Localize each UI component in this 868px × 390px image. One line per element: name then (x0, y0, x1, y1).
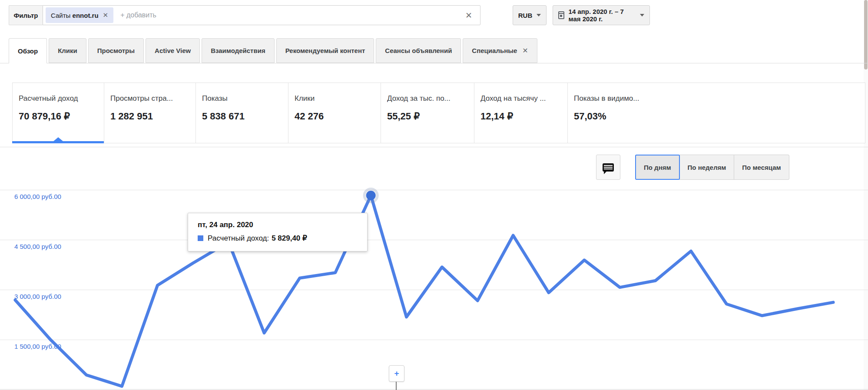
tab-close-icon[interactable]: ✕ (522, 46, 528, 55)
tab-overview[interactable]: Обзор (9, 38, 47, 63)
tab-clicks[interactable]: Клики (49, 38, 86, 63)
tab-active-view[interactable]: Active View (146, 38, 200, 63)
granularity-by-day[interactable]: По дням (635, 155, 680, 180)
adsense-report-page: Фильтр Сайты ennot.ru ✕ + добавить ✕ RUB… (0, 0, 868, 390)
zoom-axis-line (396, 382, 397, 390)
tooltip-date: пт, 24 апр. 2020 (198, 221, 358, 229)
highlighted-data-point[interactable] (366, 191, 376, 200)
report-tabs: Обзор Клики Просмотры Active View Взаимо… (9, 38, 537, 63)
tab-views[interactable]: Просмотры (88, 38, 144, 63)
tooltip-series-label: Расчетный доход: (208, 234, 269, 243)
tab-interactions[interactable]: Взаимодействия (202, 38, 275, 63)
tab-recommended-content[interactable]: Рекомендуемый контент (276, 38, 374, 63)
zoom-in-button[interactable]: + (389, 365, 404, 382)
tab-ad-sessions[interactable]: Сеансы объявлений (376, 38, 461, 63)
tooltip-value: 5 829,40 ₽ (272, 234, 307, 243)
series-legend-swatch (198, 235, 203, 241)
tab-custom[interactable]: Специальные ✕ (463, 38, 537, 63)
revenue-series-line (15, 195, 833, 386)
chart-tooltip: пт, 24 апр. 2020 Расчетный доход: 5 829,… (188, 213, 368, 251)
